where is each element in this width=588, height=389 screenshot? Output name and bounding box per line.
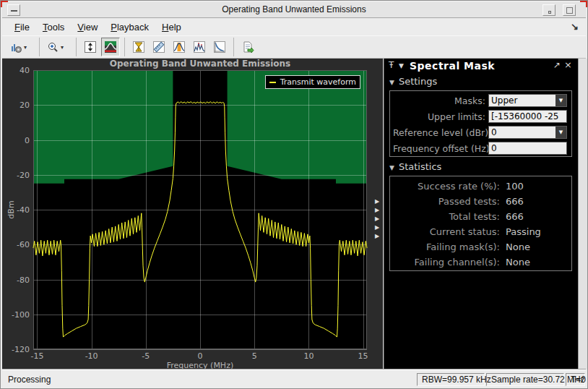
spectral-mask-button[interactable] bbox=[101, 38, 120, 56]
fit-to-view-button[interactable] bbox=[81, 38, 100, 56]
maximize-button[interactable] bbox=[563, 4, 576, 16]
statistics-group: Success rate (%): 100 Passed tests: 666 … bbox=[389, 176, 572, 271]
spectral-mask-panel: Ŧ ▼ Spectral Mask ↗ × ▼Settings Masks: U… bbox=[383, 59, 578, 369]
cursor-measurements-button[interactable] bbox=[150, 38, 168, 56]
toolbar: ▾ ▾ bbox=[2, 35, 586, 59]
statistics-section-header[interactable]: ▼Statistics bbox=[389, 161, 441, 172]
menu-help[interactable]: Help bbox=[155, 20, 188, 35]
window-title: Operating Band Unwanted Emissions bbox=[2, 4, 586, 14]
plot-container: -15-10-505101540200-20-40-60-80-100-120F… bbox=[5, 59, 384, 369]
content-area: -15-10-505101540200-20-40-60-80-100-120F… bbox=[2, 59, 587, 369]
panel-pin-icon[interactable]: Ŧ bbox=[389, 60, 394, 70]
toolbar-separator bbox=[39, 38, 40, 56]
minimize-button[interactable] bbox=[542, 4, 555, 16]
ccdf-measurements-button[interactable] bbox=[210, 38, 229, 56]
spectral-mask-icon bbox=[104, 40, 117, 54]
toolbar-separator bbox=[76, 38, 77, 56]
svg-text:-10: -10 bbox=[85, 351, 98, 361]
upper-limits-field[interactable]: [-15360000 -25 bbox=[488, 110, 567, 123]
zoom-button[interactable]: ▾ bbox=[44, 38, 72, 56]
panel-undock-icon[interactable]: ↗ bbox=[553, 60, 561, 70]
settings-section-header[interactable]: ▼Settings bbox=[389, 76, 437, 87]
ccdf-measurements-icon bbox=[213, 40, 226, 54]
svg-text:-15: -15 bbox=[30, 351, 43, 361]
svg-text:Operating Band Unwanted Emissi: Operating Band Unwanted Emissions bbox=[110, 59, 290, 69]
frequency-offset-label: Frequency offset (Hz): bbox=[393, 143, 485, 154]
failing-channels-label: Failing channel(s): bbox=[393, 257, 500, 268]
chevron-down-icon: ▼ bbox=[555, 95, 566, 106]
title-bar[interactable]: Operating Band Unwanted Emissions bbox=[2, 2, 586, 18]
menu-bar: File Tools View Playback Help ↘ bbox=[2, 19, 586, 35]
svg-text:0: 0 bbox=[198, 351, 203, 361]
generate-script-button[interactable] bbox=[238, 38, 257, 56]
current-status-label: Current status: bbox=[393, 226, 500, 237]
svg-text:-60: -60 bbox=[17, 240, 30, 249]
distortion-measurements-icon bbox=[132, 40, 145, 54]
minimize-icon bbox=[548, 11, 551, 14]
failing-masks-label: Failing mask(s): bbox=[393, 241, 500, 252]
distortion-measurements-button[interactable] bbox=[129, 38, 148, 56]
upper-limits-label: Upper limits: bbox=[393, 111, 485, 122]
panel-close-icon[interactable]: × bbox=[564, 59, 572, 70]
panel-header: Ŧ ▼ Spectral Mask ↗ × bbox=[384, 59, 578, 74]
generate-script-icon bbox=[241, 40, 254, 54]
current-status-value: Passing bbox=[506, 226, 541, 237]
svg-text:5: 5 bbox=[252, 351, 257, 361]
sample-rate-indicator: Sample rate=30.72 MHz bbox=[486, 373, 564, 386]
svg-text:15: 15 bbox=[358, 351, 368, 361]
svg-text:-40: -40 bbox=[17, 205, 30, 215]
menu-view[interactable]: View bbox=[71, 20, 104, 35]
channel-measurements-button[interactable] bbox=[170, 38, 189, 56]
failing-masks-value: None bbox=[506, 241, 530, 252]
svg-text:40: 40 bbox=[20, 66, 30, 75]
failing-channels-value: None bbox=[506, 257, 530, 268]
svg-text:dBm: dBm bbox=[7, 200, 16, 218]
svg-text:-100: -100 bbox=[12, 310, 30, 320]
panel-resize-gutter[interactable] bbox=[578, 59, 587, 369]
dropdown-arrow-icon: ▾ bbox=[61, 44, 64, 51]
svg-text:10: 10 bbox=[303, 351, 314, 361]
success-rate-label: Success rate (%): bbox=[393, 181, 500, 192]
zoom-icon bbox=[47, 41, 59, 54]
reference-level-field[interactable]: 0 ▼ bbox=[488, 126, 567, 139]
svg-text:-5: -5 bbox=[142, 351, 150, 361]
spectrum-plot: -15-10-505101540200-20-40-60-80-100-120F… bbox=[5, 59, 384, 369]
spectrum-settings-button[interactable]: ▾ bbox=[7, 38, 35, 56]
peak-finder-icon bbox=[193, 40, 206, 54]
spectrum-settings-icon bbox=[10, 41, 22, 54]
toolbar-separator bbox=[233, 38, 234, 56]
splitter-arrow-icon: ▶ bbox=[372, 215, 382, 223]
cursor-measurements-icon bbox=[152, 40, 165, 54]
menu-file[interactable]: File bbox=[8, 20, 36, 35]
svg-text:-120: -120 bbox=[12, 345, 30, 354]
svg-text:0: 0 bbox=[25, 136, 30, 145]
svg-text:20: 20 bbox=[20, 101, 30, 110]
splitter-arrow-icon: ▶ bbox=[372, 223, 382, 232]
svg-text:-20: -20 bbox=[17, 171, 30, 180]
splitter-arrow-icon: ▶ bbox=[372, 206, 382, 215]
splitter-arrow-icon: ▶ bbox=[372, 232, 382, 241]
status-bar: Processing RBW=99.957 kHz Sample rate=30… bbox=[2, 369, 586, 388]
panel-splitter[interactable]: ▶ ▶ ▶ ▶ ▶ bbox=[372, 197, 382, 241]
dropdown-arrow-icon: ▾ bbox=[24, 44, 27, 51]
svg-text:-80: -80 bbox=[17, 275, 30, 285]
masks-label: Masks: bbox=[393, 95, 485, 106]
panel-title: Spectral Mask bbox=[410, 60, 495, 72]
success-rate-value: 100 bbox=[506, 181, 524, 192]
passed-tests-label: Passed tests: bbox=[393, 196, 500, 207]
svg-text:Frequency (MHz): Frequency (MHz) bbox=[167, 361, 233, 369]
legend-line-sample bbox=[269, 82, 276, 83]
menu-tools[interactable]: Tools bbox=[36, 20, 71, 35]
peak-finder-button[interactable] bbox=[190, 38, 209, 56]
reference-level-label: Reference level (dBr): bbox=[393, 127, 485, 138]
channel-measurements-icon bbox=[173, 40, 186, 54]
plot-legend[interactable]: Transmit waveform bbox=[265, 75, 360, 89]
fit-to-view-icon bbox=[84, 40, 97, 54]
frequency-offset-field[interactable]: 0 bbox=[488, 142, 567, 155]
toolbar-separator bbox=[124, 38, 125, 56]
dock-arrow-icon[interactable]: ↘ bbox=[571, 21, 579, 32]
panel-collapse-icon[interactable]: ▼ bbox=[399, 62, 404, 69]
menu-playback[interactable]: Playback bbox=[104, 20, 155, 35]
chevron-down-icon: ▼ bbox=[555, 127, 566, 138]
masks-dropdown[interactable]: Upper ▼ bbox=[488, 94, 567, 107]
